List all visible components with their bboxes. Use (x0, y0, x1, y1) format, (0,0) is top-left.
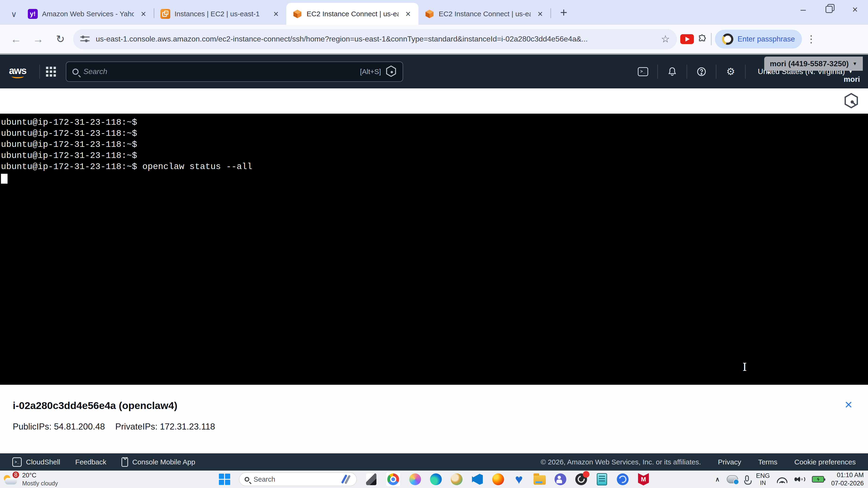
weather-widget[interactable]: 8 20°C Mostly cloudy (3, 472, 58, 487)
tab-ec2-connect-2[interactable]: EC2 Instance Connect | us-east × (418, 3, 551, 25)
terminal-line: ubuntu@ip-172-31-23-118:~$ (1, 128, 868, 139)
notepad-icon (597, 473, 607, 485)
aws-console-header: aws Search [Alt+S] >_ (0, 55, 868, 88)
taskview-icon (366, 474, 376, 485)
terminal-icon: >_ (638, 67, 648, 76)
onedrive-cloud-icon[interactable] (727, 475, 738, 483)
terminal-cursor (1, 174, 7, 184)
language-line1: ENG (756, 473, 770, 479)
tab-close-icon[interactable]: × (271, 9, 281, 19)
sync-app-button[interactable] (616, 473, 629, 486)
address-bar[interactable]: us-east-1.console.aws.amazon.com/ec2-ins… (73, 29, 677, 49)
mcafee-app-button[interactable]: M (637, 473, 650, 486)
teams-icon (555, 474, 566, 485)
forward-button[interactable]: → (29, 33, 48, 45)
tray-date: 07-02-2026 (831, 480, 864, 487)
instance-title: i-02a280c3dd4e56e4a (openclaw4) (13, 400, 868, 412)
pc-manager-app-button[interactable]: ♥ (513, 473, 525, 486)
tab-divider (551, 8, 551, 18)
tray-clock[interactable]: 01:10 AM 07-02-2026 (831, 472, 864, 487)
copilot-icon (409, 474, 421, 485)
reload-button[interactable]: ↻ (51, 33, 70, 45)
tab-close-icon[interactable]: × (138, 9, 149, 19)
file-explorer-app-button[interactable] (533, 473, 546, 486)
help-button[interactable] (693, 66, 710, 77)
language-indicator[interactable]: ENG IN (756, 473, 770, 486)
windows-start-icon (219, 474, 230, 485)
paint-app-button[interactable] (450, 473, 463, 486)
header-separator (716, 65, 716, 79)
account-menu-overlay[interactable]: mori (4419-5587-3250) ▼ (764, 57, 863, 71)
obs-app-button[interactable] (575, 473, 588, 486)
privacy-link[interactable]: Privacy (718, 458, 741, 466)
cube-favicon-icon (292, 9, 302, 19)
account-overlay-label: mori (4419-5587-3250) (770, 59, 849, 68)
extensions-puzzle-icon[interactable] (697, 34, 708, 44)
back-button[interactable]: ← (7, 33, 26, 45)
browser-toolbar: ← → ↻ us-east-1.console.aws.amazon.com/e… (0, 25, 868, 55)
cookie-preferences-link[interactable]: Cookie preferences (795, 458, 856, 466)
folder-icon (533, 475, 546, 485)
bookmark-star-icon[interactable]: ☆ (661, 33, 670, 45)
start-button[interactable] (218, 473, 231, 486)
teams-app-button[interactable] (554, 473, 567, 486)
speaker-icon[interactable] (795, 476, 805, 483)
vscode-app-button[interactable] (471, 473, 484, 486)
tab-ec2-connect-active[interactable]: EC2 Instance Connect | us-east × (286, 3, 418, 25)
taskbar-search[interactable]: Search (239, 473, 357, 486)
aws-smile-icon (11, 74, 24, 78)
feedback-link[interactable]: Feedback (75, 458, 106, 466)
chrome-app-button[interactable] (385, 472, 401, 487)
account-name[interactable]: mori (844, 75, 860, 84)
aws-logo[interactable]: aws (9, 65, 26, 78)
taskview-app-button[interactable] (365, 473, 378, 486)
tab-title: EC2 Instance Connect | us-east (307, 10, 399, 18)
health-heart-icon: ♥ (515, 473, 523, 486)
tray-chevron-up-icon[interactable]: ∧ (715, 476, 720, 483)
amazon-q-icon[interactable] (844, 93, 859, 110)
firefox-app-button[interactable] (492, 473, 504, 486)
cloudshell-header-button[interactable]: >_ (635, 67, 651, 76)
language-line2: IN (760, 480, 766, 486)
enter-passphrase-button[interactable]: Enter passphrase (715, 30, 802, 48)
services-grid-icon[interactable] (46, 67, 56, 76)
youtube-icon[interactable] (680, 34, 694, 44)
tab-close-icon[interactable]: × (535, 9, 545, 19)
terms-link[interactable]: Terms (758, 458, 777, 466)
edge-icon (430, 474, 442, 485)
close-window-button[interactable]: × (842, 0, 868, 19)
console-mobile-app-link[interactable]: Console Mobile App (121, 457, 195, 467)
tab-close-icon[interactable]: × (403, 9, 413, 19)
instance-ips: PublicIPs: 54.81.200.48 PrivateIPs: 172.… (13, 422, 868, 432)
amazon-q-icon[interactable] (385, 65, 397, 78)
ssh-terminal[interactable]: ubuntu@ip-172-31-23-118:~$ ubuntu@ip-172… (0, 113, 868, 385)
notepad-app-button[interactable] (596, 473, 608, 486)
copyright-text: © 2026, Amazon Web Services, Inc. or its… (540, 458, 701, 466)
sync-icon (617, 474, 628, 485)
tab-ec2-instances[interactable]: Instances | EC2 | us-east-1 × (154, 3, 286, 25)
edge-app-button[interactable] (430, 473, 442, 486)
weather-text: 20°C Mostly cloudy (22, 472, 58, 487)
cloudshell-footer-button[interactable]: >_ CloudShell (12, 457, 60, 467)
notifications-bell-button[interactable] (664, 66, 680, 77)
browser-menu-icon[interactable]: ⋮ (805, 33, 817, 45)
recording-badge (583, 471, 589, 478)
site-settings-icon[interactable] (80, 35, 90, 43)
wifi-icon[interactable] (777, 476, 787, 483)
weather-cloud-icon: 8 (3, 472, 19, 486)
search-placeholder: Search (83, 67, 355, 76)
copilot-app-button[interactable] (409, 473, 422, 486)
minimize-button[interactable]: – (790, 0, 816, 19)
restore-button[interactable] (816, 0, 842, 19)
battery-icon[interactable] (812, 476, 824, 483)
tab-yahoo[interactable]: y! Amazon Web Services - Yahoo × (22, 3, 154, 25)
microphone-icon[interactable] (745, 475, 749, 481)
instance-connect-subheader (0, 88, 868, 113)
settings-gear-button[interactable]: ⚙ (722, 66, 739, 77)
new-tab-button[interactable]: + (557, 5, 571, 20)
search-highlights-icon (340, 474, 351, 485)
tab-search-button[interactable]: ∨ (6, 6, 22, 22)
terminal-line: ubuntu@ip-172-31-23-118:~$ (1, 150, 868, 161)
panel-close-icon[interactable]: × (845, 398, 852, 411)
aws-search-box[interactable]: Search [Alt+S] (66, 62, 403, 82)
